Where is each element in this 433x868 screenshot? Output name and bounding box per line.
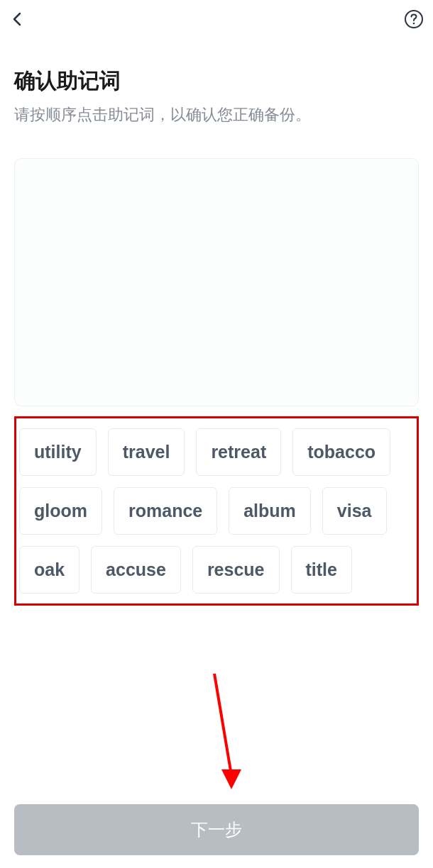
header-bar bbox=[0, 0, 433, 38]
word-chip[interactable]: accuse bbox=[91, 546, 181, 594]
word-chip[interactable]: gloom bbox=[19, 487, 102, 535]
help-icon[interactable] bbox=[403, 9, 424, 30]
word-chip[interactable]: title bbox=[291, 546, 352, 594]
word-chip[interactable]: romance bbox=[114, 487, 217, 535]
word-chip[interactable]: utility bbox=[19, 428, 97, 476]
main-content: 确认助记词 请按顺序点击助记词，以确认您正确备份。 utility travel… bbox=[0, 38, 433, 606]
footer: 下一步 bbox=[14, 804, 419, 855]
word-chip[interactable]: visa bbox=[322, 487, 387, 535]
arrow-annotation bbox=[206, 670, 248, 798]
word-chip[interactable]: oak bbox=[19, 546, 80, 594]
selected-words-area[interactable] bbox=[14, 158, 419, 406]
word-chip[interactable]: travel bbox=[108, 428, 185, 476]
svg-marker-3 bbox=[221, 769, 241, 789]
mnemonic-word-grid: utility travel retreat tobacco gloom rom… bbox=[14, 416, 419, 606]
page-title: 确认助记词 bbox=[14, 67, 419, 96]
page-subtitle: 请按顺序点击助记词，以确认您正确备份。 bbox=[14, 104, 419, 126]
back-icon[interactable] bbox=[9, 11, 26, 28]
word-chip[interactable]: album bbox=[229, 487, 311, 535]
word-chip[interactable]: retreat bbox=[196, 428, 281, 476]
svg-point-1 bbox=[413, 23, 415, 25]
next-button[interactable]: 下一步 bbox=[14, 804, 419, 855]
svg-line-2 bbox=[214, 674, 231, 775]
word-chip[interactable]: rescue bbox=[192, 546, 280, 594]
word-chip[interactable]: tobacco bbox=[292, 428, 390, 476]
